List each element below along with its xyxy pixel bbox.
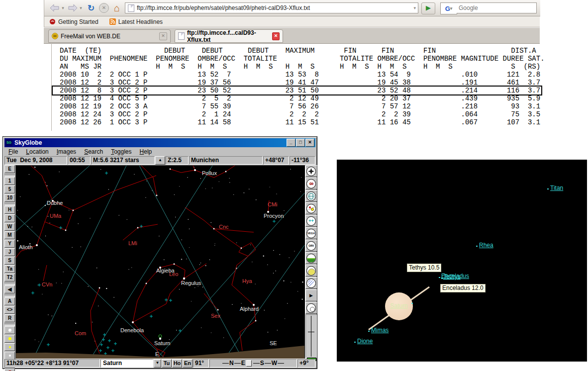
faint-star <box>264 310 265 310</box>
left-toolbar-button-11[interactable]: Ta <box>4 265 15 273</box>
vega-toggle-button[interactable]: VEGA <box>305 227 317 239</box>
zoom-slider[interactable] <box>305 314 317 358</box>
selected-object-field[interactable]: Saturn <box>100 359 153 368</box>
search-input[interactable] <box>457 3 535 12</box>
sky-map-canvas[interactable]: PolluxDubheUMaCMiProcyonCncLMiAliothCVnA… <box>16 166 305 359</box>
back-button[interactable] <box>48 2 61 14</box>
toggle-tu-button[interactable]: Tu <box>162 359 172 368</box>
horizon-toggle-button[interactable] <box>305 252 317 264</box>
reload-icon[interactable]: ↻ <box>85 2 97 14</box>
compass-scrollbar[interactable]: NESW <box>209 359 297 368</box>
faint-star <box>283 280 284 281</box>
left-toolbar-button-6[interactable]: W <box>4 223 15 231</box>
magnitude-tooltip: Tethys 10.5 <box>407 264 441 272</box>
planets-toggle-button[interactable] <box>305 202 317 214</box>
eclipse-toggle-button[interactable] <box>305 302 317 314</box>
menu-location[interactable]: Location <box>22 148 52 155</box>
faint-star <box>229 178 230 179</box>
sky-map[interactable]: PolluxDubheUMaCMiProcyonCncLMiAliothCVnA… <box>15 165 305 359</box>
skyglobe-title-bar[interactable]: SG SkyGlobe _ □ ✕ <box>4 138 315 147</box>
left-toolbar-button-2[interactable]: 5 <box>4 186 15 193</box>
back-arrow-icon <box>49 3 60 12</box>
url-bar[interactable]: ▾ <box>125 2 418 13</box>
toggle-en-button[interactable]: En <box>183 359 193 368</box>
bookmark-getting-started[interactable]: Getting Started <box>49 18 98 25</box>
faint-star <box>229 182 230 183</box>
milkyway-toggle-button[interactable] <box>305 277 317 289</box>
search-engine-caret[interactable]: ▾ <box>450 6 453 11</box>
home-icon[interactable]: ⌂ <box>111 2 123 14</box>
bright-star <box>213 228 215 230</box>
tab-close-icon[interactable]: ✕ <box>159 32 167 40</box>
clusters-toggle-button[interactable]: ++ <box>305 215 317 227</box>
globe-toggle-button[interactable] <box>305 190 317 202</box>
object-dropdown-caret[interactable]: ▼ <box>154 359 161 368</box>
menu-search[interactable]: Search <box>80 148 107 155</box>
tab-ftp-file[interactable]: ftp://ftp.imcce.f...calD93-Xflux.txt ✕ <box>175 29 283 43</box>
saturn-moons-panel[interactable]: SaturnTitanRheaMimasDioneEnceladusTethys… <box>337 160 587 362</box>
field-of-view: 91° <box>193 359 209 368</box>
left-toolbar-button-7[interactable]: M <box>4 231 15 239</box>
forward-dropdown-caret[interactable]: ▾ <box>79 2 83 14</box>
left-toolbar-button-13[interactable]: ◀ <box>4 285 15 293</box>
moon-dot-dione <box>354 342 356 343</box>
faint-star <box>69 210 69 210</box>
search-engine-button[interactable]: G ▾ <box>440 2 457 14</box>
left-toolbar-button-8[interactable]: Y <box>4 240 15 248</box>
play-toggle-button[interactable]: ▶ <box>305 289 317 301</box>
tab-close-icon[interactable]: ✕ <box>272 32 280 40</box>
compass-letter-N: N <box>229 360 234 367</box>
left-toolbar-dot-button-17[interactable] <box>4 326 15 334</box>
step-size: +9° <box>297 359 315 368</box>
left-toolbar-button-15[interactable]: <> <box>4 306 15 314</box>
left-toolbar-dot-button-20[interactable] <box>4 352 15 360</box>
left-toolbar-dot-button-22[interactable] <box>4 369 15 371</box>
left-toolbar-button-0[interactable]: E <box>4 165 15 173</box>
left-toolbar-button-4[interactable]: H <box>4 206 15 214</box>
bright-star <box>241 248 242 249</box>
left-toolbar-button-12[interactable]: T2 <box>4 274 15 281</box>
faint-star <box>236 268 237 269</box>
menu-file[interactable]: File <box>4 148 22 155</box>
left-toolbar-button-16[interactable]: R <box>4 314 15 322</box>
forward-arrow-icon <box>67 3 78 12</box>
faint-star <box>211 222 211 223</box>
faint-star <box>38 269 39 270</box>
left-toolbar-button-5[interactable]: D <box>4 214 15 222</box>
faint-star <box>236 242 237 243</box>
compass-track <box>253 363 260 364</box>
stop-icon[interactable]: ✕ <box>98 2 110 14</box>
glasses-toggle-button[interactable]: 8 <box>305 178 317 189</box>
faint-star <box>214 243 215 244</box>
compass-thumb[interactable] <box>246 360 252 367</box>
magnitude-up-button[interactable]: ▲ <box>155 156 165 165</box>
left-toolbar-dot-button-18[interactable] <box>4 335 15 343</box>
bookmark-latest-headlines[interactable]: Latest Headlines <box>109 18 163 25</box>
rss-icon <box>109 18 116 25</box>
compass-toggle-button[interactable] <box>305 165 317 177</box>
toggle-ho-button[interactable]: Ho <box>172 359 182 368</box>
url-dropdown-caret[interactable]: ▾ <box>411 5 418 10</box>
moon-toggle-button[interactable] <box>305 265 317 277</box>
forward-button[interactable] <box>66 2 79 14</box>
tab-freemail[interactable]: FreeMail von WEB.DE ✕ <box>48 29 171 43</box>
back-dropdown-caret[interactable]: ▾ <box>61 2 65 14</box>
left-toolbar-button-14[interactable]: A <box>4 297 15 305</box>
map-label-sex: Sex <box>211 313 220 319</box>
left-toolbar-dot-button-19[interactable] <box>4 343 15 351</box>
orion-toggle-button[interactable]: ORI <box>305 240 317 252</box>
maximize-button[interactable]: □ <box>296 139 305 147</box>
left-toolbar-button-3[interactable]: 10 <box>4 194 15 202</box>
left-toolbar-button-1[interactable]: 1 <box>4 177 15 185</box>
go-button[interactable]: ▶ <box>421 2 435 14</box>
left-toolbar-button-10[interactable]: S <box>4 257 15 265</box>
search-box[interactable] <box>457 2 537 13</box>
url-input[interactable] <box>137 4 411 11</box>
left-toolbar-button-9[interactable]: J <box>4 248 15 256</box>
menu-images[interactable]: Images <box>53 148 80 155</box>
menu-help[interactable]: Help <box>136 148 156 155</box>
minimize-button[interactable]: _ <box>287 139 295 147</box>
menu-toggles[interactable]: Toggles <box>107 148 135 155</box>
faint-star <box>56 282 57 283</box>
close-button[interactable]: ✕ <box>305 139 314 147</box>
